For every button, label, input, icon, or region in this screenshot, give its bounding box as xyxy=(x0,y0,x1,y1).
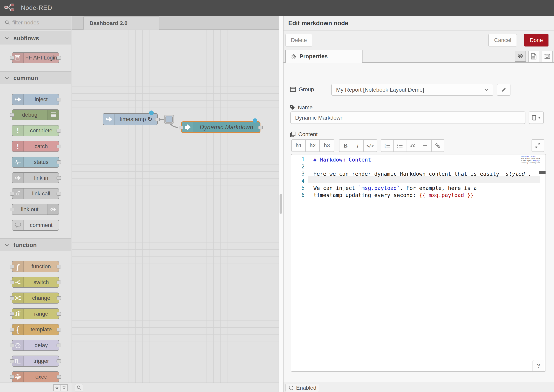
palette-sidebar: subflows FF API Login common inject xyxy=(0,16,71,383)
enabled-toggle-button[interactable]: Enabled xyxy=(286,384,319,392)
inject-icon xyxy=(12,94,24,105)
name-input[interactable] xyxy=(290,112,526,124)
input-port xyxy=(10,56,14,60)
palette-node-complete[interactable]: ! complete xyxy=(12,125,59,136)
code-button[interactable]: </> xyxy=(363,139,377,152)
flow-node-dynamic-markdown[interactable]: Dynamic Markdown xyxy=(181,121,260,133)
tab-properties[interactable]: Properties xyxy=(285,50,363,63)
tray-header: Edit markdown node Delete Cancel Done xyxy=(283,16,554,49)
palette-node-inject[interactable]: inject xyxy=(12,94,59,105)
delete-button[interactable]: Delete xyxy=(286,34,312,47)
palette-node-link-call[interactable]: link call xyxy=(12,188,59,199)
palette-node-template[interactable]: { template xyxy=(12,324,59,335)
comment-bubble-icon xyxy=(12,220,24,230)
line-number: 5 xyxy=(291,184,305,191)
edit-tray: Edit markdown node Delete Cancel Done Pr… xyxy=(283,16,554,392)
flow-canvas[interactable]: timestamp ↻ Dynamic Markdown xyxy=(71,29,279,383)
exclamation-icon: ! xyxy=(12,126,24,136)
tray-footer: Enabled xyxy=(283,382,554,392)
properties-gear-button[interactable] xyxy=(515,51,526,62)
palette-node-label: link out xyxy=(12,204,47,215)
palette-node-function[interactable]: f function xyxy=(12,261,59,272)
input-port xyxy=(10,208,14,211)
output-port[interactable] xyxy=(155,118,160,121)
group-select[interactable]: My Report [Notebook Layout Demo] xyxy=(331,84,493,96)
input-port[interactable] xyxy=(179,126,183,129)
palette-node-exec[interactable]: exec xyxy=(12,371,59,382)
navigator-magnifier-button[interactable] xyxy=(75,384,83,392)
output-port xyxy=(56,280,61,284)
line-number: 3 xyxy=(291,170,305,177)
expand-editor-button[interactable] xyxy=(532,139,544,152)
palette-node-catch[interactable]: ! catch xyxy=(12,141,59,152)
app-header: Node-RED xyxy=(0,0,554,16)
category-items-function: f function switch change xyxy=(0,251,71,383)
palette-node-link-in[interactable]: link in xyxy=(12,172,59,183)
tab-dashboard-2-0[interactable]: Dashboard 2.0 xyxy=(83,17,159,29)
edit-group-pencil-button[interactable] xyxy=(497,84,511,96)
category-subflows[interactable]: subflows xyxy=(0,32,71,44)
palette-node-switch[interactable]: switch xyxy=(12,277,59,288)
palette-node-label: exec xyxy=(24,372,59,382)
blockquote-button[interactable]: “ xyxy=(406,139,419,152)
done-button[interactable]: Done xyxy=(524,34,548,47)
category-label: common xyxy=(13,75,38,81)
enabled-label: Enabled xyxy=(296,385,316,391)
palette-node-ff-api-login[interactable]: FF API Login xyxy=(12,52,59,63)
palette-node-status[interactable]: status xyxy=(12,157,59,168)
link-in-icon xyxy=(12,173,24,183)
input-port xyxy=(10,265,14,268)
appearance-frame-button[interactable] xyxy=(542,51,553,62)
flow-node-timestamp[interactable]: timestamp ↻ xyxy=(103,113,158,125)
canvas-scrollbar[interactable] xyxy=(279,16,283,392)
node-red-editor: Node-RED subflows FF API Login xyxy=(0,0,554,392)
collapse-all-button[interactable] xyxy=(53,384,61,391)
palette-node-comment[interactable]: comment xyxy=(12,220,59,231)
changed-indicator-dot xyxy=(253,118,257,123)
heading1-button[interactable]: h1 xyxy=(291,139,306,152)
italic-button[interactable]: I xyxy=(352,139,364,152)
palette-node-change[interactable]: change xyxy=(12,293,59,304)
group-field-label: Group xyxy=(290,86,314,93)
output-port xyxy=(56,359,61,363)
category-common[interactable]: common xyxy=(0,71,71,84)
unordered-list-button[interactable] xyxy=(393,139,407,152)
horizontal-rule-button[interactable] xyxy=(419,139,432,152)
heading3-button[interactable]: h3 xyxy=(319,139,334,152)
editor-minimap: # Markdown Content Here we can render dy… xyxy=(521,155,540,174)
name-type-book-button[interactable] xyxy=(529,112,544,124)
palette-node-label: range xyxy=(24,309,59,319)
output-port xyxy=(56,343,61,347)
palette-node-link-out[interactable]: link out xyxy=(12,204,59,215)
cancel-button[interactable]: Cancel xyxy=(488,34,517,47)
category-function[interactable]: function xyxy=(0,238,71,251)
output-port[interactable] xyxy=(258,126,263,129)
scrollbar-handle[interactable] xyxy=(280,194,282,214)
input-port xyxy=(10,113,14,117)
markdown-code-editor[interactable]: 1 2 3 4 5 6 # Markdown Content Here we c… xyxy=(291,154,546,372)
properties-form: Group My Report [Notebook Layout Demo] N… xyxy=(283,63,554,382)
expand-all-button[interactable] xyxy=(61,384,68,391)
palette-node-range[interactable]: range xyxy=(12,308,59,319)
filter-nodes-input[interactable] xyxy=(12,20,65,26)
palette-node-debug[interactable]: debug xyxy=(12,109,59,120)
palette-node-delay[interactable]: delay xyxy=(12,340,59,351)
bold-button[interactable]: B xyxy=(339,139,352,152)
enabled-state-icon xyxy=(289,386,293,390)
link-button[interactable] xyxy=(431,139,444,152)
palette-node-label: template xyxy=(24,324,59,335)
book-icon xyxy=(532,115,536,120)
palette-node-label: switch xyxy=(24,277,59,287)
debug-icon xyxy=(47,110,59,120)
inject-trigger-button[interactable] xyxy=(164,115,174,124)
output-port xyxy=(56,375,61,379)
heading2-button[interactable]: h2 xyxy=(305,139,320,152)
output-port xyxy=(56,328,61,331)
editor-help-button[interactable]: ? xyxy=(533,360,544,371)
palette-node-trigger[interactable]: trigger xyxy=(12,356,59,367)
output-port xyxy=(56,56,61,60)
input-port xyxy=(10,359,14,363)
description-doc-button[interactable] xyxy=(528,51,539,62)
ordered-list-button[interactable]: 123 xyxy=(381,139,394,152)
output-port xyxy=(56,265,61,268)
